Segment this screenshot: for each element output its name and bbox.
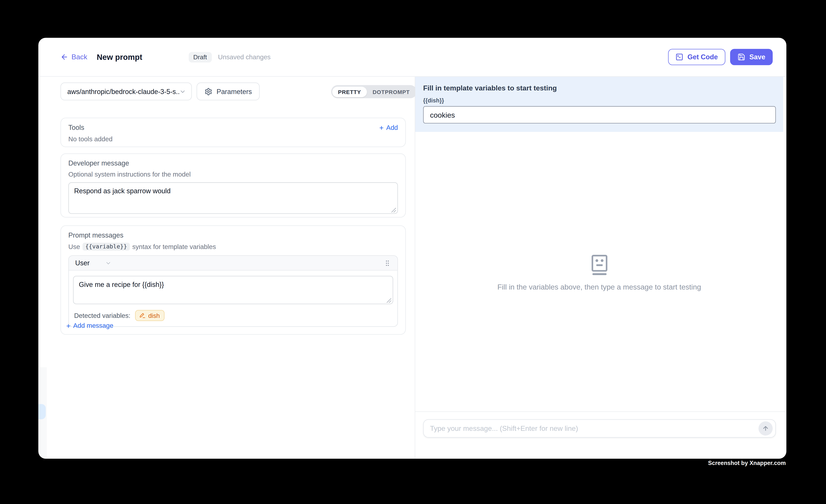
arrow-up-icon: [762, 425, 769, 432]
get-code-button[interactable]: Get Code: [668, 49, 725, 65]
message-block: User Give me a recipe for {{dish}}: [68, 255, 398, 327]
variable-badge-label: dish: [148, 312, 160, 319]
tools-title: Tools: [68, 123, 84, 131]
unsaved-changes-text: Unsaved changes: [218, 53, 271, 61]
add-message-button[interactable]: + Add message: [66, 322, 113, 329]
arrow-left-icon: [60, 53, 68, 61]
pencil-icon: [140, 313, 146, 318]
back-button[interactable]: Back: [60, 53, 87, 61]
parameters-label: Parameters: [217, 87, 252, 95]
chevron-down-icon[interactable]: [105, 260, 112, 266]
developer-message-subtitle: Optional system instructions for the mod…: [68, 171, 398, 178]
chat-message-input[interactable]: [430, 425, 758, 432]
model-selector-value: aws/anthropic/bedrock-claude-3-5-s...: [67, 87, 179, 95]
watermark-text: Screenshot by Xnapper.com: [708, 460, 786, 466]
square-terminal-icon: [675, 53, 683, 61]
test-pane: Fill in template variables to start test…: [415, 77, 786, 459]
bot-face-icon: [589, 254, 609, 276]
save-label: Save: [750, 53, 765, 61]
prompt-messages-subtitle: Use {{variable}} syntax for template var…: [68, 243, 398, 251]
detected-variables-row: Detected variables: dish: [74, 310, 393, 321]
detected-variables-label: Detected variables:: [74, 312, 130, 319]
send-button[interactable]: [758, 422, 773, 436]
screenshot-stage: Back New prompt Draft Unsaved changes Ge…: [0, 0, 826, 504]
prompt-editor-pane: aws/anthropic/bedrock-claude-3-5-s... Pa…: [38, 77, 415, 459]
developer-message-title: Developer message: [68, 159, 398, 167]
subtitle-prefix: Use: [68, 243, 80, 250]
drag-handle-icon[interactable]: [384, 259, 391, 267]
prompt-messages-card: Prompt messages Use {{variable}} syntax …: [60, 225, 406, 334]
chat-area: Fill in the variables above, then type a…: [415, 132, 786, 412]
variable-badge-dish[interactable]: dish: [135, 310, 165, 321]
tools-card: Tools + Add No tools added: [60, 118, 406, 147]
developer-message-textarea[interactable]: Respond as jack sparrow would: [68, 182, 398, 214]
template-variables-panel: Fill in template variables to start test…: [415, 77, 783, 132]
chat-input-box: [423, 419, 776, 438]
chevron-down-icon: [179, 88, 186, 95]
variable-syntax-chip: {{variable}}: [82, 243, 130, 251]
left-edge-sliver: [38, 367, 47, 458]
get-code-label: Get Code: [688, 53, 718, 61]
empty-state-text: Fill in the variables above, then type a…: [497, 282, 701, 291]
gear-icon: [204, 87, 212, 95]
prompt-messages-title: Prompt messages: [68, 231, 398, 239]
subtitle-suffix: syntax for template variables: [132, 243, 216, 250]
dish-variable-label: {{dish}}: [423, 97, 444, 104]
chat-footer: [415, 411, 786, 458]
add-message-label: Add message: [73, 322, 113, 329]
save-icon: [737, 53, 745, 61]
plus-icon: +: [379, 124, 384, 131]
sliver-active-item: [38, 404, 46, 419]
dish-variable-input[interactable]: [423, 106, 776, 123]
view-mode-toggle: PRETTY DOTPROMPT: [331, 85, 417, 98]
model-selector[interactable]: aws/anthropic/bedrock-claude-3-5-s...: [60, 82, 192, 101]
message-body: Give me a recipe for {{dish}} Detected v…: [69, 270, 398, 326]
add-tool-label: Add: [386, 124, 398, 131]
tools-empty-text: No tools added: [68, 135, 398, 143]
back-label: Back: [71, 53, 87, 61]
developer-message-card: Developer message Optional system instru…: [60, 153, 406, 218]
page-title: New prompt: [97, 53, 142, 62]
plus-icon: +: [66, 322, 71, 329]
template-variables-title: Fill in template variables to start test…: [423, 84, 557, 92]
page-header: Back New prompt Draft Unsaved changes Ge…: [38, 38, 786, 77]
draft-status-badge: Draft: [188, 52, 212, 62]
role-selector[interactable]: User: [75, 259, 90, 267]
user-message-textarea[interactable]: Give me a recipe for {{dish}}: [73, 276, 393, 304]
add-tool-button[interactable]: + Add: [379, 124, 398, 131]
toggle-dotprompt[interactable]: DOTPROMPT: [367, 86, 416, 97]
save-button[interactable]: Save: [730, 49, 773, 65]
empty-state: Fill in the variables above, then type a…: [415, 254, 783, 291]
content-panes: aws/anthropic/bedrock-claude-3-5-s... Pa…: [38, 77, 786, 459]
message-header: User: [69, 256, 398, 270]
app-window: Back New prompt Draft Unsaved changes Ge…: [38, 38, 786, 459]
toggle-pretty[interactable]: PRETTY: [332, 86, 367, 97]
parameters-button[interactable]: Parameters: [196, 82, 260, 101]
